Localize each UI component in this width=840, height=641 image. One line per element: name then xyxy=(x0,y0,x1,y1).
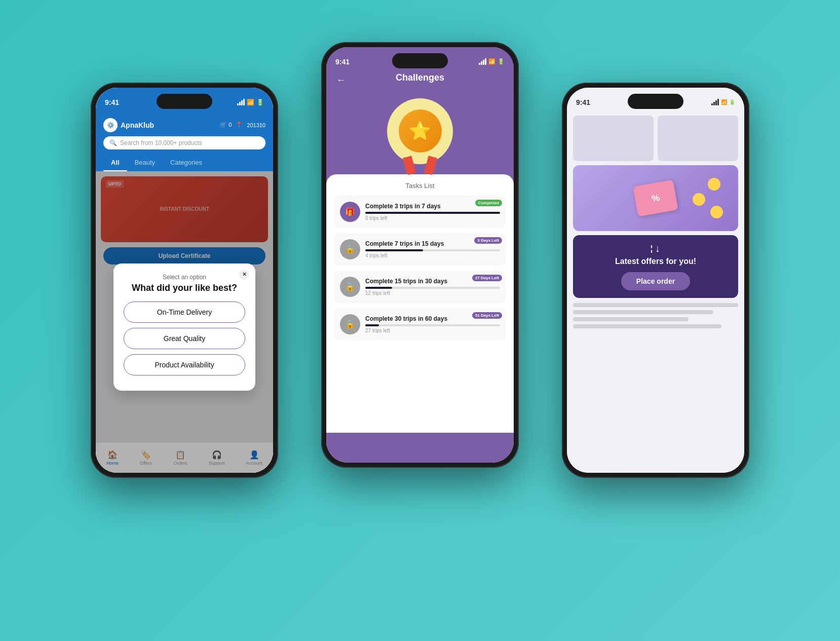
phone-right-inner: 9:41 📶 🔋 xyxy=(567,88,744,473)
task-badge-1: Completed xyxy=(475,200,502,206)
time-right: 9:41 xyxy=(576,98,590,106)
phones-container: 9:41 📶 🔋 xyxy=(65,17,775,625)
dynamic-island-right xyxy=(628,94,683,109)
grid-placeholder-1 xyxy=(573,116,654,161)
task-icon-4: 🔒 xyxy=(340,314,360,334)
coin-1 xyxy=(708,178,720,191)
tasks-title: Tasks List xyxy=(334,182,506,190)
back-button[interactable]: ← xyxy=(336,75,346,86)
cart-icon[interactable]: 🛒 0 xyxy=(220,122,232,128)
star-icon: ⭐ xyxy=(409,121,431,141)
dynamic-island-left xyxy=(157,94,212,109)
coin-2 xyxy=(693,193,705,206)
offers-bottom-section: ↓ Latest offers for you! Place order xyxy=(573,235,738,298)
ribbon-left xyxy=(403,156,416,175)
modal-title: What did your like best? xyxy=(124,283,245,293)
task-progress-fill-1 xyxy=(365,212,500,214)
task-sub-1: 0 trips left xyxy=(365,215,500,221)
battery-icon-right: 🔋 xyxy=(729,99,735,105)
search-bar[interactable]: 🔍 Search from 10,000+ products xyxy=(103,136,265,149)
bottom-line-1 xyxy=(573,303,738,307)
tab-categories[interactable]: Categories xyxy=(163,155,210,171)
phone-right: 9:41 📶 🔋 xyxy=(562,83,749,478)
offers-banner-content: % xyxy=(573,165,738,231)
wifi-icon-center: 📶 xyxy=(488,58,495,65)
task-progress-bar-1 xyxy=(365,212,500,214)
task-item-4: 🔒 Complete 30 trips in 60 days 27 trips … xyxy=(334,308,506,341)
tab-beauty[interactable]: Beauty xyxy=(127,155,163,171)
modal-subtitle: Select an option xyxy=(124,274,245,281)
modal-option-quality[interactable]: Great Quality xyxy=(124,328,245,349)
task-badge-2: 3 Days Left xyxy=(474,237,502,244)
coupon-symbol: % xyxy=(651,192,660,204)
task-sub-3: 12 trips left xyxy=(365,290,500,296)
grid-placeholder-2 xyxy=(658,116,738,161)
ribbon-right xyxy=(424,156,437,175)
task-badge-4: 51 Days Left xyxy=(472,312,502,319)
app-name: ApnaKlub xyxy=(121,121,154,129)
status-icons-right: 📶 🔋 xyxy=(711,99,735,105)
task-icon-2: 🔒 xyxy=(340,239,360,259)
task-progress-fill-3 xyxy=(365,287,392,289)
app-logo: ⚙️ ApnaKlub xyxy=(103,118,154,132)
status-icons-center: 📶 🔋 xyxy=(479,58,505,65)
task-progress-fill-4 xyxy=(365,324,379,326)
phone-left: 9:41 📶 🔋 xyxy=(91,83,278,478)
phone-center-inner: 9:41 📶 🔋 ← Challen xyxy=(326,47,514,463)
task-item-1: 🎁 Complete 3 trips in 7 days 0 trips lef… xyxy=(334,196,506,228)
task-progress-bar-4 xyxy=(365,324,500,326)
task-item-3: 🔒 Complete 15 trips in 30 days 12 trips … xyxy=(334,271,506,303)
left-screen: 9:41 📶 🔋 xyxy=(96,88,273,473)
dynamic-island-center xyxy=(392,53,448,68)
task-badge-3: 27 Days Left xyxy=(472,275,502,281)
search-icon: 🔍 xyxy=(109,139,117,146)
task-progress-fill-2 xyxy=(365,249,423,251)
modal-box: ✕ Select an option What did your like be… xyxy=(113,263,255,391)
phone-left-inner: 9:41 📶 🔋 xyxy=(96,88,273,473)
pin-code: 201310 xyxy=(247,122,265,128)
task-icon-1: 🎁 xyxy=(340,202,360,222)
bottom-line-3 xyxy=(573,317,689,321)
tabs-row: All Beauty Categories xyxy=(96,155,273,171)
phone-center: 9:41 📶 🔋 ← Challen xyxy=(321,42,519,468)
signal-icon-right xyxy=(711,99,719,105)
signal-icon-left xyxy=(237,99,245,105)
signal-icon-center xyxy=(479,58,486,65)
right-screen: 9:41 📶 🔋 xyxy=(567,88,744,473)
task-item-2: 🔒 Complete 7 trips in 15 days 4 trips le… xyxy=(334,233,506,266)
battery-icon-center: 🔋 xyxy=(498,58,505,65)
logo-icon: ⚙️ xyxy=(103,118,118,132)
offers-banner: % xyxy=(573,165,738,231)
arrow-down-icon: ↓ xyxy=(655,243,660,254)
coupon-card: % xyxy=(633,179,678,216)
task-icon-3: 🔒 xyxy=(340,277,360,297)
coupon-area: % xyxy=(581,173,731,223)
task-sub-4: 27 trips left xyxy=(365,328,500,333)
battery-icon-left: 🔋 xyxy=(256,99,264,106)
medal-inner: ⭐ xyxy=(399,109,442,153)
coin-3 xyxy=(710,206,723,218)
status-icons-left: 📶 🔋 xyxy=(237,99,264,106)
task-progress-bar-2 xyxy=(365,249,500,251)
wifi-icon-left: 📶 xyxy=(247,99,254,106)
tasks-card: Tasks List 🎁 Complete 3 trips in 7 days … xyxy=(326,174,514,433)
wifi-icon-right: 📶 xyxy=(721,99,727,105)
place-order-button[interactable]: Place order xyxy=(621,272,690,290)
modal-overlay: ✕ Select an option What did your like be… xyxy=(96,171,273,473)
tab-all[interactable]: All xyxy=(103,155,127,171)
center-screen: 9:41 📶 🔋 ← Challen xyxy=(326,47,514,463)
left-content: UPTO INSTANT DISCOUNT Upload Certificate… xyxy=(96,171,273,473)
task-progress-bar-3 xyxy=(365,287,500,289)
task-sub-2: 4 trips left xyxy=(365,253,500,258)
bottom-line-4 xyxy=(573,324,721,328)
bottom-line-2 xyxy=(573,310,713,314)
time-left: 9:41 xyxy=(105,98,119,106)
dashed-arrow: ↓ xyxy=(581,243,731,254)
pin-icon: 📍 xyxy=(236,122,243,128)
modal-close-button[interactable]: ✕ xyxy=(239,270,249,280)
modal-option-availability[interactable]: Product Availability xyxy=(124,354,245,375)
modal-option-delivery[interactable]: On-Time Delivery xyxy=(124,301,245,323)
medal-container: ⭐ xyxy=(326,88,514,169)
offers-title: Latest offers for you! xyxy=(581,257,731,266)
time-center: 9:41 xyxy=(335,58,350,66)
